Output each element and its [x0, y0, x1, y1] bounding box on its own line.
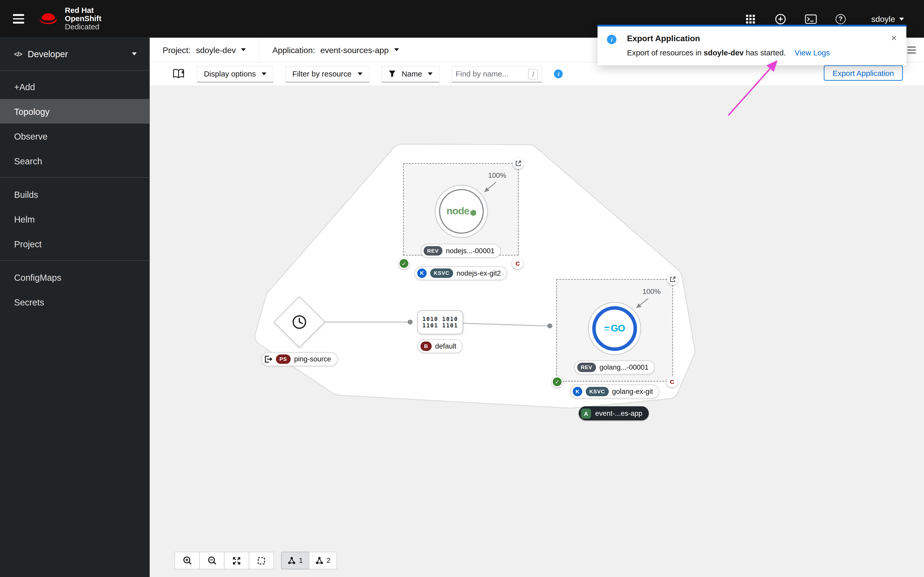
terminal-button[interactable] [803, 11, 818, 26]
project-selector[interactable]: Project: sdoyle-dev [150, 38, 259, 62]
ping-source-label[interactable]: PS ping-source [261, 352, 338, 366]
layout-1-button[interactable]: 1 [281, 552, 309, 569]
che-icon: C [670, 379, 674, 385]
question-icon: ? [835, 14, 846, 24]
layout-2-button[interactable]: 2 [309, 552, 337, 569]
golang-icon: GO [592, 306, 637, 351]
zoom-out-button[interactable] [199, 552, 225, 569]
reset-view-button[interactable] [249, 552, 274, 569]
open-url-decorator[interactable] [513, 158, 524, 169]
toast-close-button[interactable]: ✕ [886, 30, 901, 45]
app-launcher-button[interactable] [743, 11, 758, 26]
sidebar-item-observe[interactable]: Observe [0, 124, 150, 148]
filter-by-resource-label: Filter by resource [292, 69, 352, 78]
nav-toggle-button[interactable] [0, 0, 37, 38]
revision-node-golang[interactable]: GO [588, 302, 641, 355]
plus-circle-icon [775, 13, 786, 24]
chevron-down-icon [899, 17, 904, 20]
topology-toolbar: Display options Filter by resource Name … [150, 62, 924, 85]
edit-source-decorator[interactable]: C [512, 258, 523, 269]
help-button[interactable]: ? [833, 11, 848, 26]
layout-1-label: 1 [299, 556, 303, 565]
quick-create-button[interactable] [773, 11, 788, 26]
channel-name: default [435, 342, 456, 350]
sidebar-item-project[interactable]: Project [0, 231, 150, 256]
knative-letter: K [420, 270, 424, 276]
ksvc-badge: KSVC [586, 387, 609, 396]
sidebar-item-builds[interactable]: Builds [0, 182, 150, 206]
application-group-label[interactable]: A event-...es-app [579, 406, 649, 421]
question-glyph: ? [839, 15, 843, 22]
service-label-nodejs[interactable]: K KSVC nodejs-ex-git2 [414, 266, 507, 280]
chevron-down-icon [357, 73, 362, 75]
frame-icon [257, 556, 266, 565]
toast-project-name: sdoyle-dev [704, 48, 743, 57]
zoom-controls [174, 552, 274, 569]
filter-icon [388, 70, 396, 78]
info-icon[interactable]: i [554, 69, 563, 78]
rev-badge: REV [423, 246, 443, 256]
channel-box[interactable]: 1010 1010 1101 1101 [417, 310, 463, 335]
chevron-down-icon [132, 52, 137, 55]
toast-title: Export Application [627, 34, 888, 43]
service-name: nodejs-ex-git2 [457, 269, 501, 277]
sidebar-item-configmaps[interactable]: ConfigMaps [0, 265, 150, 290]
perspective-switcher[interactable]: </> Developer [0, 38, 150, 71]
masthead-actions: ? sdoyle [743, 11, 924, 26]
find-by-name-input[interactable] [456, 69, 524, 78]
find-by-name-field[interactable]: / [451, 66, 542, 82]
brand-logo[interactable]: Red Hat OpenShift Dedicated [37, 6, 102, 31]
sidebar-item-helm[interactable]: Helm [0, 206, 150, 231]
nodejs-icon: node [439, 189, 484, 234]
sidebar-item-label: ConfigMaps [14, 272, 61, 282]
knative-icon: K [573, 387, 582, 396]
application-label: Application: [272, 45, 315, 55]
view-menu-button[interactable] [908, 46, 916, 53]
display-options-dropdown[interactable]: Display options [197, 66, 273, 82]
sidebar-item-secrets[interactable]: Secrets [0, 290, 150, 314]
zoom-in-button[interactable] [174, 552, 200, 569]
knative-service-golang[interactable]: 100% GO REV golang...-00001 [556, 279, 673, 382]
view-shortcuts-button[interactable] [172, 68, 185, 79]
project-value: sdoyle-dev [196, 45, 236, 55]
sidebar-item-add[interactable]: +Add [0, 74, 150, 99]
revision-name: nodejs...-00001 [446, 247, 494, 255]
zoom-out-icon [207, 556, 216, 566]
event-source-diamond[interactable] [273, 296, 325, 348]
sidebar-item-label: Helm [14, 214, 35, 224]
channel-node: 1010 1010 1101 1101 B default [417, 310, 463, 369]
fit-to-screen-button[interactable] [224, 552, 249, 569]
application-badge: A [581, 408, 591, 418]
openshift-console: Red Hat OpenShift Dedicated [0, 0, 924, 577]
sidebar-item-search[interactable]: Search [0, 148, 150, 173]
open-url-decorator[interactable] [667, 274, 678, 285]
toast-message-suffix: has started. [744, 48, 786, 57]
application-name: event-...es-app [595, 409, 643, 417]
filter-by-resource-dropdown[interactable]: Filter by resource [285, 66, 370, 82]
status-decorator: ✓ [398, 258, 409, 269]
knative-service-nodejs[interactable]: 100% node REV nodejs...-00001 ✓ [403, 163, 519, 256]
edit-source-decorator[interactable]: C [666, 376, 677, 387]
revision-label-golang[interactable]: REV golang...-00001 [574, 360, 655, 374]
revision-node-nodejs[interactable]: node [435, 185, 488, 238]
chevron-down-icon [262, 73, 267, 75]
name-filter-dropdown[interactable]: Name [381, 66, 440, 82]
sidebar-item-topology[interactable]: Topology [0, 99, 150, 124]
revision-label-nodejs[interactable]: REV nodejs...-00001 [420, 244, 501, 258]
brand-line1: Red Hat [65, 6, 101, 15]
export-application-button[interactable]: Export Application [824, 65, 903, 81]
username: sdoyle [871, 14, 895, 24]
sidebar-item-label: Search [14, 156, 42, 166]
channel-label[interactable]: B default [418, 339, 463, 353]
service-label-golang[interactable]: K KSVC golang-ex-git [570, 385, 659, 399]
application-selector[interactable]: Application: event-sources-app [259, 38, 412, 62]
traffic-split-label: 100% [643, 287, 661, 295]
revision-name: golang...-00001 [599, 363, 649, 371]
close-icon: ✕ [891, 33, 897, 42]
sidebar-item-label: Topology [14, 106, 50, 116]
sidebar-divider [0, 177, 150, 178]
topology-canvas[interactable]: 100% node REV nodejs...-00001 ✓ [150, 85, 924, 577]
user-menu[interactable]: sdoyle [871, 14, 904, 24]
view-logs-link[interactable]: View Logs [795, 48, 830, 57]
layout-icon [315, 556, 323, 565]
